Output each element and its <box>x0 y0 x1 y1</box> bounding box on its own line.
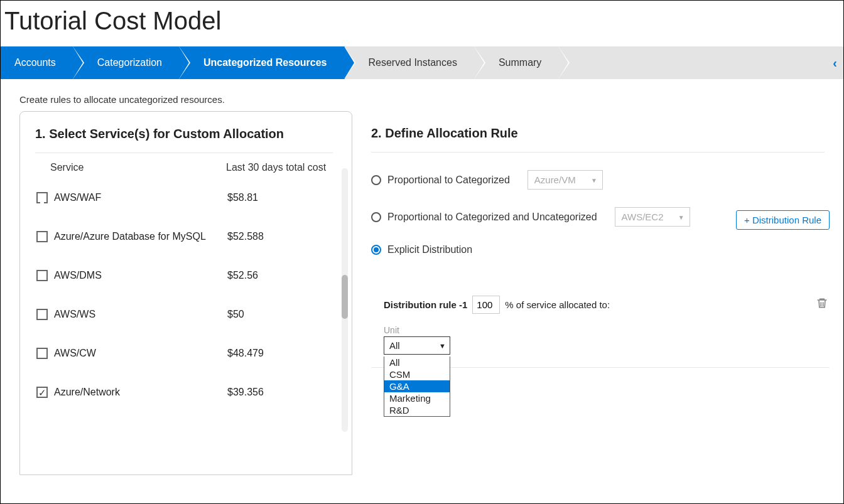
service-checkbox[interactable] <box>36 231 48 242</box>
service-row: AWS/CW$48.479 <box>35 334 345 373</box>
col-header-service: Service <box>50 162 226 173</box>
option-explicit: Explicit Distribution <box>371 235 837 264</box>
delete-rule-icon[interactable] <box>816 297 828 313</box>
wizard-step-accounts[interactable]: Accounts <box>1 46 73 79</box>
radio-proportional-both[interactable] <box>371 212 381 222</box>
page-subtitle: Create rules to allocate uncategorized r… <box>1 79 843 111</box>
define-rule-panel: 2. Define Allocation Rule Proportional t… <box>371 111 837 475</box>
label-explicit-distribution: Explicit Distribution <box>387 244 472 255</box>
unit-select[interactable]: All ▼ <box>384 336 450 355</box>
wizard-step-summary[interactable]: Summary <box>475 46 559 79</box>
service-cost: $39.356 <box>227 387 315 398</box>
label-proportional-categorized: Proportional to Categorized <box>387 174 510 186</box>
unit-option[interactable]: CSM <box>384 368 450 380</box>
service-row: Azure/Network$39.356 <box>35 373 345 412</box>
radio-explicit-distribution[interactable] <box>371 245 381 255</box>
unit-option[interactable]: Marketing <box>384 392 450 404</box>
service-cost: $58.81 <box>227 192 315 203</box>
service-name: Azure/Azure Database for MySQL <box>54 231 227 242</box>
chevron-down-icon: ▼ <box>591 176 597 183</box>
unit-dropdown: AllCSMG&AMarketingR&D <box>384 357 450 417</box>
unit-field-label: Unit <box>384 325 837 335</box>
service-cost: $52.56 <box>227 270 315 281</box>
service-checkbox[interactable] <box>36 309 48 320</box>
radio-proportional-categorized[interactable] <box>371 175 381 185</box>
service-checkbox[interactable] <box>36 192 48 203</box>
service-list: AWS/WAF$58.81Azure/Azure Database for My… <box>35 178 345 442</box>
service-checkbox[interactable] <box>36 387 48 398</box>
select-services-panel: 1. Select Service(s) for Custom Allocati… <box>19 111 352 475</box>
wizard-step-uncategorized-resources[interactable]: Uncategorized Resources <box>180 46 345 79</box>
chevron-down-icon: ▼ <box>439 342 446 350</box>
distribution-rule-suffix: % of service allocated to: <box>505 299 610 310</box>
service-cost: $50 <box>227 309 315 320</box>
unit-option[interactable]: G&A <box>384 380 450 392</box>
wizard-step-reserved-instances[interactable]: Reserved Instances <box>345 46 475 79</box>
define-panel-title: 2. Define Allocation Rule <box>371 126 825 153</box>
service-checkbox[interactable] <box>36 270 48 281</box>
label-proportional-both: Proportional to Categorized and Uncatego… <box>387 212 597 223</box>
scrollbar-thumb[interactable] <box>342 275 348 319</box>
chevron-down-icon: ▼ <box>678 213 684 220</box>
unit-option[interactable]: R&D <box>384 404 450 416</box>
service-row: Azure/Azure Database for MySQL$52.588 <box>35 217 345 256</box>
wizard-steps: AccountsCategorizationUncategorized Reso… <box>1 46 843 79</box>
wizard-step-categorization[interactable]: Categorization <box>73 46 180 79</box>
distribution-rule-prefix: Distribution rule -1 <box>384 299 467 310</box>
service-cost: $52.588 <box>227 231 315 242</box>
service-row: AWS/WAF$58.81 <box>35 178 345 217</box>
service-name: AWS/DMS <box>54 270 227 281</box>
distribution-rule-row: Distribution rule -1 % of service alloca… <box>384 296 837 314</box>
collapse-icon[interactable]: ‹ <box>833 56 837 70</box>
service-name: AWS/WS <box>54 309 227 320</box>
select-proportional-service[interactable]: Azure/VM▼ <box>528 170 603 190</box>
distribution-percent-input[interactable] <box>472 296 500 314</box>
service-row: AWS/DMS$52.56 <box>35 256 345 295</box>
unit-selector-block: Unit All ▼ AllCSMG&AMarketingR&D <box>384 325 837 355</box>
service-name: AWS/WAF <box>54 192 227 203</box>
select-panel-title: 1. Select Service(s) for Custom Allocati… <box>35 127 333 153</box>
page-title: Tutorial Cost Model <box>1 1 843 46</box>
unit-option[interactable]: All <box>384 357 450 368</box>
service-name: AWS/CW <box>54 348 227 359</box>
service-name: Azure/Network <box>54 387 227 398</box>
col-header-cost: Last 30 days total cost <box>226 162 327 173</box>
service-checkbox[interactable] <box>36 348 48 359</box>
service-row: AWS/WS$50 <box>35 295 345 334</box>
option-proportional-categorized: Proportional to Categorized Azure/VM▼ <box>371 161 837 198</box>
select-proportional-both-service[interactable]: AWS/EC2▼ <box>615 207 690 227</box>
add-distribution-rule-button[interactable]: + Distribution Rule <box>736 210 830 230</box>
service-cost: $48.479 <box>227 348 315 359</box>
